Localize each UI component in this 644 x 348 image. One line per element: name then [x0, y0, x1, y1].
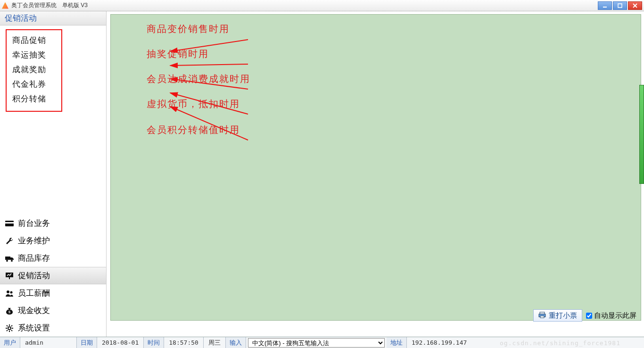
main-panel	[110, 14, 641, 321]
gear-icon	[5, 324, 14, 332]
nav-salary[interactable]: 员工薪酬	[0, 284, 106, 302]
truck-icon	[5, 254, 14, 263]
sb-date: 2018-08-01	[97, 337, 144, 348]
auto-show-checkbox[interactable]: 自动显示此屏	[586, 311, 636, 320]
svg-rect-1	[618, 4, 622, 8]
sb-addr: 192.168.199.147	[407, 337, 471, 348]
nav-label: 业务维护	[18, 235, 50, 246]
window-title: 奥丁会员管理系统 单机版 V3	[11, 1, 88, 9]
nav-cash[interactable]: $ 现金收支	[0, 302, 106, 319]
reprint-receipt-button[interactable]: 重打小票	[533, 309, 582, 322]
printer-icon	[538, 312, 546, 320]
subitem-product-promo[interactable]: 商品促销	[12, 33, 56, 48]
window-buttons	[598, 1, 642, 10]
svg-line-22	[7, 330, 8, 331]
sb-input-label: 输入	[226, 337, 246, 348]
subitem-points-transfer[interactable]: 积分转储	[12, 91, 56, 106]
sb-weekday: 周三	[204, 337, 226, 348]
sidebar-header: 促销活动	[0, 11, 106, 25]
subitem-voucher[interactable]: 代金礼券	[12, 77, 56, 91]
nav-front-desk[interactable]: 前台业务	[0, 215, 106, 232]
scroll-widget[interactable]	[639, 85, 644, 184]
auto-show-input[interactable]	[586, 313, 592, 319]
svg-point-12	[10, 291, 13, 293]
svg-rect-10	[9, 277, 10, 279]
nav-inventory[interactable]: 商品库存	[0, 249, 106, 267]
titlebar: 奥丁会员管理系统 单机版 V3	[0, 0, 644, 11]
nav-label: 员工薪酬	[18, 288, 50, 298]
people-icon	[5, 289, 14, 298]
sb-time-label: 时间	[144, 337, 164, 348]
svg-line-21	[11, 325, 12, 326]
app-icon	[2, 2, 8, 9]
svg-line-20	[11, 330, 12, 331]
svg-rect-28	[540, 312, 545, 314]
sb-user-label: 用户	[0, 337, 20, 348]
minimize-button[interactable]	[598, 1, 612, 10]
close-button[interactable]	[628, 1, 642, 10]
sidebar-nav: 前台业务 业务维护 商品库存 促销活动 员工薪酬 $ 现金收支	[0, 215, 106, 337]
svg-point-11	[7, 290, 9, 293]
svg-text:$: $	[8, 310, 11, 314]
wrench-icon	[5, 237, 14, 245]
nav-label: 商品库存	[18, 253, 50, 264]
svg-point-14	[8, 327, 11, 330]
nav-settings[interactable]: 系统设置	[0, 319, 106, 337]
sb-input-method-select[interactable]: 中文(简体) - 搜狗五笔输入法	[248, 338, 385, 348]
sidebar-submenu: 商品促销 幸运抽奖 成就奖励 代金礼券 积分转储	[6, 29, 62, 112]
content-area: 商品变价销售时用 抽奖促销时用 会员达成消费成就时用 虚拟货币，抵扣时用 会员积…	[107, 11, 644, 337]
svg-point-8	[11, 260, 13, 262]
svg-line-19	[7, 325, 8, 326]
nav-promotion[interactable]: 促销活动	[0, 267, 106, 284]
panel-bottom-bar: 重打小票 自动显示此屏	[217, 308, 641, 323]
nav-label: 系统设置	[18, 323, 50, 333]
moneybag-icon: $	[5, 307, 14, 315]
nav-label: 前台业务	[18, 218, 50, 229]
svg-rect-6	[5, 257, 10, 260]
sidebar: 促销活动 商品促销 幸运抽奖 成就奖励 代金礼券 积分转储 前台业务 业务维护 …	[0, 11, 107, 337]
nav-label: 现金收支	[18, 305, 50, 316]
nav-label: 促销活动	[18, 270, 50, 281]
card-icon	[5, 219, 14, 228]
sb-addr-label: 地址	[387, 337, 407, 348]
reprint-label: 重打小票	[549, 311, 577, 320]
watermark: og.csdn.net/shining_force1981	[500, 340, 620, 347]
svg-rect-30	[540, 316, 544, 318]
sb-user: admin	[20, 337, 77, 348]
auto-show-label: 自动显示此屏	[594, 311, 636, 320]
subitem-achievement[interactable]: 成就奖励	[12, 62, 56, 77]
svg-rect-5	[5, 222, 14, 224]
board-icon	[5, 272, 14, 280]
subitem-lucky-draw[interactable]: 幸运抽奖	[12, 48, 56, 62]
maximize-button[interactable]	[613, 1, 627, 10]
sb-date-label: 日期	[77, 337, 97, 348]
nav-maintenance[interactable]: 业务维护	[0, 232, 106, 249]
sb-time: 18:57:50	[164, 337, 204, 348]
svg-point-7	[6, 260, 8, 262]
